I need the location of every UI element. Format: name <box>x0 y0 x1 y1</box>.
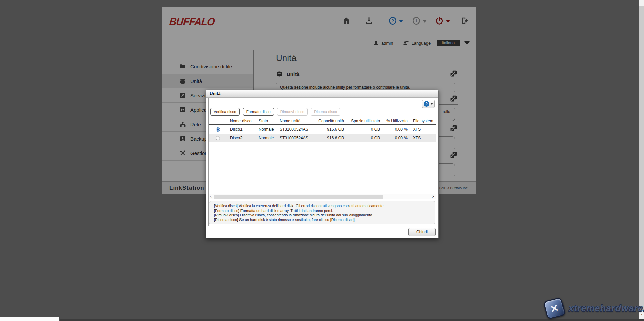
scrollbar-thumb[interactable] <box>214 195 383 199</box>
scroll-right-icon[interactable]: > <box>432 194 434 199</box>
column-header: % Utilizzata <box>381 119 410 123</box>
info-line: [Formato disco] Formatta un hard disk o … <box>214 209 430 213</box>
cell-file-system: XFS <box>410 136 436 140</box>
radio-selected[interactable] <box>216 127 220 132</box>
cell-utilizzata: 0.00 % <box>381 136 410 140</box>
column-header: Nome disco <box>227 119 256 123</box>
cell-capacita: 916.6 GB <box>318 127 346 132</box>
table-header-row: Nome disco Stato Nome unità Capacità uni… <box>209 117 436 125</box>
cell-file-system: XFS <box>410 127 436 132</box>
column-header: Stato <box>256 119 277 123</box>
window-bottom-edge <box>0 319 644 321</box>
cell-nome-unita: ST31000524AS <box>277 136 318 140</box>
table-row-disco1[interactable]: Disco1 Normale ST31000524AS 916.6 GB 0 G… <box>209 125 436 134</box>
info-line: [Rimuovi disco] Disattiva l'unità, conse… <box>214 213 430 218</box>
screenshot-root: BUFFALO ? i <box>0 0 644 321</box>
dialog-info-box: [Verifica disco] Verifica la coerenza de… <box>209 201 435 224</box>
cell-spazio: 0 GB <box>346 136 381 140</box>
xtremehardware-logo-icon: ✕ <box>543 297 566 320</box>
cell-nome-disco: Disco2 <box>227 136 256 140</box>
column-header: Spazio utilizzato <box>346 119 381 123</box>
cell-nome-unita: ST31000524AS <box>277 127 318 132</box>
disk-table: Nome disco Stato Nome unità Capacità uni… <box>209 117 436 142</box>
cell-spazio: 0 GB <box>346 127 381 132</box>
formato-disco-button[interactable]: Formato disco <box>243 108 274 116</box>
help-icon: ? <box>424 101 429 107</box>
watermark: ✕ xtremehardware.com <box>545 299 644 318</box>
radio-unselected[interactable] <box>216 136 220 140</box>
column-header: File system <box>410 119 436 123</box>
chevron-down-icon <box>430 103 433 105</box>
cell-utilizzata: 0.00 % <box>381 127 410 132</box>
browser-vertical-scrollbar[interactable]: ˆ ˇ <box>639 0 644 319</box>
scroll-up-icon[interactable]: ˆ <box>639 0 644 6</box>
cell-capacita: 916.6 GB <box>318 136 346 140</box>
cell-stato: Normale <box>256 136 277 140</box>
cell-stato: Normale <box>256 127 277 132</box>
column-header: Capacità unità <box>318 119 346 123</box>
verifica-disco-button[interactable]: Verifica disco <box>210 108 240 116</box>
rimuovi-disco-button: Rimuovi disco <box>277 108 308 116</box>
ricerca-disco-button: Ricerca disco <box>311 108 340 116</box>
dialog-help-button[interactable]: ? <box>422 100 435 108</box>
dialog-toolbar: Verifica disco Formato disco Rimuovi dis… <box>210 108 340 116</box>
status-tooltip <box>0 317 60 321</box>
unita-dialog: Unità ? Verifica disco Formato disco Rim… <box>206 90 439 238</box>
watermark-text: xtremehardware.com <box>569 303 644 314</box>
cell-nome-disco: Disco1 <box>227 127 256 132</box>
column-header: Nome unità <box>277 119 318 123</box>
info-line: [Ricerca disco] Se un hard disk è stato … <box>214 218 430 222</box>
info-line: [Verifica disco] Verifica la coerenza de… <box>214 204 430 209</box>
table-row-disco2[interactable]: Disco2 Normale ST31000524AS 916.6 GB 0 G… <box>209 134 436 142</box>
scroll-left-icon[interactable]: < <box>210 194 212 199</box>
dialog-panel: ? Verifica disco Formato disco Rimuovi d… <box>208 98 436 226</box>
dialog-titlebar[interactable]: Unità <box>206 90 438 98</box>
scrollbar-thumb[interactable] <box>639 6 644 310</box>
dialog-footer: Chiudi <box>206 226 438 238</box>
close-button[interactable]: Chiudi <box>408 228 436 236</box>
horizontal-scrollbar[interactable]: < > <box>209 194 436 199</box>
